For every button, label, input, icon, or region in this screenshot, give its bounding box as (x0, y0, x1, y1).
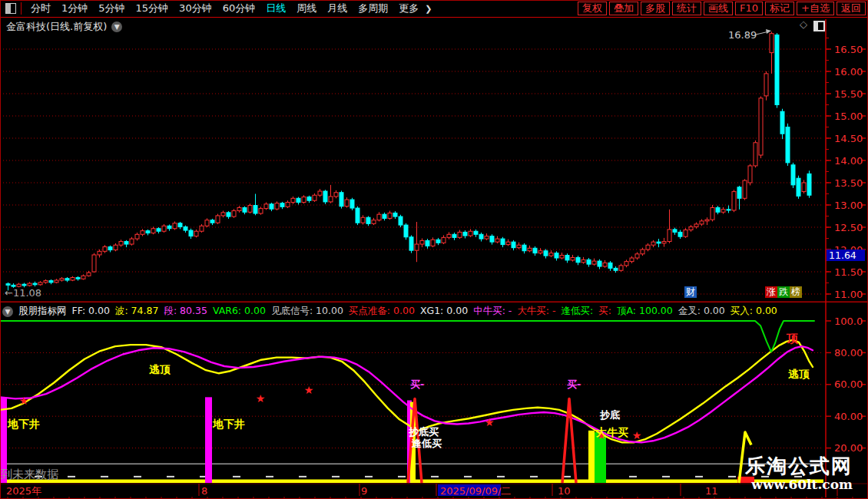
menu-item-30分钟[interactable]: 30分钟 (174, 2, 217, 15)
price-axis-label: 15.50 (834, 88, 863, 100)
menu-item-5分钟[interactable]: 5分钟 (93, 2, 130, 15)
pane-separator (0, 302, 868, 303)
star-icon: ★ (256, 392, 266, 405)
signal-label: 大牛买 (596, 426, 628, 438)
rank-badge-榜[interactable]: 榜 (790, 286, 802, 298)
last-price-value: 11.64 (829, 250, 856, 261)
indicator-name: 股朋指标网 (18, 305, 67, 318)
timeline-label: 11 (705, 485, 718, 497)
toolbar-button-画线[interactable]: 画线 (704, 2, 733, 15)
price-axis-label: 13.50 (834, 177, 863, 189)
toolbar-button-返回[interactable]: 返回 (837, 2, 866, 15)
indicator-field: 中牛买: - (473, 305, 512, 318)
price-axis-label: 11.50 (834, 266, 863, 278)
indicator-lines (0, 321, 814, 442)
title-bar: 金富科技(日线.前复权) ▼ (6, 20, 122, 34)
watermark-line1: 乐淘公式网 (745, 454, 853, 478)
timeline-label: 8 (201, 485, 207, 497)
menu-item-15分钟[interactable]: 15分钟 (131, 2, 174, 15)
candlestick-series (6, 31, 811, 290)
series-段 (0, 346, 813, 442)
indicator-axis-label: 80.00 (834, 347, 863, 359)
timeline: 2025年892025/09/09/二1011 (6, 484, 853, 499)
indicator-labels: 地下井地下井逃顶买-买-抄底买逢低买抄底大牛买顶逃顶 (7, 332, 810, 449)
last-price-tag: 11.64 (827, 250, 865, 261)
toolbar-button-统计[interactable]: 统计 (672, 2, 701, 15)
timeline-label: 9 (361, 485, 367, 497)
indicator-axis-label: 40.00 (834, 411, 863, 422)
signal-label: 地下井 (7, 418, 40, 430)
indicator-spikes (408, 398, 751, 483)
watermark: 乐淘公式网 www.60lt.com (745, 454, 853, 492)
indicator-dropdown-icon[interactable]: ▼ (2, 306, 13, 317)
rank-badge-涨[interactable]: 涨 (765, 286, 777, 298)
menu-item-月线[interactable]: 月线 (322, 2, 353, 15)
indicator-values: FF: 0.00波: 74.87段: 80.35VAR6: 0.00见底信号: … (72, 305, 777, 318)
rank-badges[interactable]: 涨跌榜 (765, 286, 802, 298)
indicator-field: 波: 74.87 (115, 305, 158, 318)
timeline-label: 10 (558, 485, 571, 497)
price-axis-label: 14.50 (834, 133, 863, 144)
indicator-field: 段: 80.35 (164, 305, 207, 318)
price-axis-label: 15.00 (834, 111, 863, 122)
indicator-field: 顶A: 100.00 (617, 305, 673, 318)
indicator-field: FF: 0.00 (72, 305, 110, 318)
page-title: 金富科技(日线.前复权) (6, 20, 107, 34)
indicator-field: 大牛买: - (517, 305, 555, 318)
menu-item-日线[interactable]: 日线 (260, 2, 291, 15)
indicator-field: 金叉: 0.00 (678, 305, 725, 318)
menu-item-更多[interactable]: 更多 (393, 2, 424, 15)
period-menu: 分时1分钟5分钟15分钟30分钟60分钟日线周线月线多周期更多 (25, 2, 424, 15)
menu-item-60分钟[interactable]: 60分钟 (217, 2, 261, 15)
indicator-axis-label: 60.00 (834, 378, 863, 390)
indicator-field: VAR6: 0.00 (213, 305, 266, 318)
signal-label: 逢低买 (411, 438, 442, 449)
menu-item-多周期[interactable]: 多周期 (353, 2, 393, 15)
toolbar-button-复权[interactable]: 复权 (578, 2, 607, 15)
toolbar-buttons: 复权叠加多股统计画线F10标记+自选返回 (578, 2, 866, 15)
candle-annotations: 16.89←11.08 (5, 29, 771, 299)
diamond-icon[interactable]: ◇ (800, 19, 807, 29)
signal-label: 逃顶 (788, 368, 810, 380)
indicator-field: XG1: 0.00 (420, 305, 468, 318)
series-顶A (0, 321, 814, 352)
menu-item-周线[interactable]: 周线 (291, 2, 322, 15)
price-axis-label: 16.50 (834, 44, 863, 55)
signal-label: 顶 (786, 332, 798, 345)
toolbar-button-+自选[interactable]: +自选 (797, 2, 834, 15)
rank-badge-跌[interactable]: 跌 (777, 286, 790, 298)
menu-item-1分钟[interactable]: 1分钟 (56, 2, 93, 15)
indicator-field: 买入: 0.00 (731, 305, 777, 318)
star-icon: ★ (304, 384, 314, 396)
future-data-note: 到未来数据 (1, 468, 58, 482)
window-restore-icon[interactable] (813, 21, 825, 31)
low-price-label: ←11.08 (5, 287, 41, 299)
indicator-axis-label: 100.0 (834, 316, 863, 327)
window-split-icon[interactable] (5, 3, 16, 14)
chart-canvas: 16.5016.0015.5015.0014.5014.0013.5013.00… (0, 0, 868, 499)
more-chevron-icon[interactable]: ❯ (424, 4, 432, 14)
toolbar-button-叠加[interactable]: 叠加 (609, 2, 638, 15)
timeline-label: 2025/09/09/二 (440, 485, 511, 497)
star-icon: ★ (485, 416, 495, 428)
app-window: { "menu_bar": { "items": [ {"label":"分时"… (0, 0, 868, 499)
toolbar-button-F10[interactable]: F10 (735, 2, 763, 15)
timeline-label: 2025年 (6, 485, 41, 497)
signal-label: 地下井 (212, 418, 245, 430)
price-axis-label: 11.00 (834, 289, 863, 300)
price-axis-label: 14.00 (834, 155, 863, 167)
price-grid: 16.5016.0015.5015.0014.5014.0013.5013.00… (0, 38, 866, 300)
star-icon: ★ (632, 429, 642, 441)
title-dropdown-icon[interactable]: ▼ (111, 21, 122, 32)
signal-label: 买- (567, 378, 581, 390)
price-axis-label: 16.00 (834, 66, 863, 78)
signal-label: 买- (410, 378, 424, 390)
watermark-line2: www.60lt.com (745, 478, 853, 492)
finance-badge[interactable]: 财 (684, 286, 697, 298)
indicator-field: 逢低买: (562, 305, 594, 318)
high-price-label: 16.89 (728, 29, 757, 41)
toolbar-button-多股[interactable]: 多股 (641, 2, 670, 15)
toolbar-button-标记[interactable]: 标记 (765, 2, 794, 15)
indicator-field: 买点准备: 0.00 (349, 305, 415, 318)
menu-item-分时[interactable]: 分时 (25, 2, 56, 15)
